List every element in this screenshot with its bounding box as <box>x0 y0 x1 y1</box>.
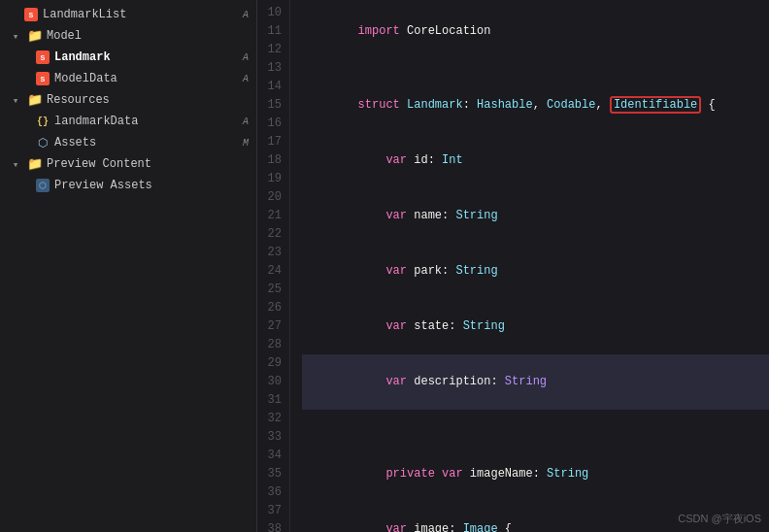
json-file-icon: {} <box>35 114 50 129</box>
chevron-placeholder-icon <box>19 178 31 193</box>
badge-a: A <box>243 74 249 84</box>
swift-file-icon: S <box>23 7 39 22</box>
preview-assets-icon: ⬡ <box>35 178 50 193</box>
chevron-placeholder-icon <box>19 114 31 129</box>
sidebar-item-label: Model <box>47 29 249 43</box>
sidebar-item-label: Assets <box>54 136 239 150</box>
sidebar-item-model[interactable]: 📁 Model <box>0 25 256 47</box>
sidebar-item-label: landmarkData <box>54 115 239 128</box>
sidebar-item-label: Preview Assets <box>54 179 249 192</box>
assets-catalog-icon: ⬡ <box>35 135 50 150</box>
badge-a: A <box>243 116 249 127</box>
sidebar-item-previewassets[interactable]: ⬡ Preview Assets <box>0 175 256 196</box>
code-line: var id: Int <box>302 133 769 188</box>
line-numbers: 10 11 12 13 14 15 16 17 18 19 20 21 22 2… <box>257 0 290 532</box>
code-editor: 10 11 12 13 14 15 16 17 18 19 20 21 22 2… <box>257 0 769 532</box>
code-line: var park: String <box>302 244 769 299</box>
chevron-down-icon <box>8 92 23 108</box>
sidebar-item-landmarkdata[interactable]: {} landmarkData A <box>0 111 256 132</box>
file-navigator: S LandmarkList A 📁 Model S Landmark A S … <box>0 0 257 532</box>
code-line <box>302 428 769 447</box>
sidebar-item-resources[interactable]: 📁 Resources <box>0 89 256 111</box>
folder-icon: 📁 <box>27 28 43 44</box>
code-line: var name: String <box>302 188 769 244</box>
code-line: struct Landmark: Hashable, Codable, Iden… <box>302 78 769 133</box>
swift-file-icon: S <box>35 71 50 86</box>
sidebar-item-modeldata[interactable]: S ModelData A <box>0 68 256 89</box>
sidebar-item-label: Landmark <box>54 50 239 64</box>
badge-a: A <box>243 10 249 20</box>
chevron-placeholder-icon <box>8 7 19 22</box>
sidebar-item-label: ModelData <box>54 72 239 85</box>
sidebar-item-assets[interactable]: ⬡ Assets M <box>0 132 256 153</box>
folder-icon: 📁 <box>27 156 43 172</box>
code-line: private var imageName: String <box>302 447 769 502</box>
sidebar-item-previewcontent[interactable]: 📁 Preview Content <box>0 153 256 175</box>
chevron-placeholder-icon <box>19 50 31 65</box>
chevron-down-icon <box>8 156 23 172</box>
folder-icon: 📁 <box>27 92 43 108</box>
code-content: import CoreLocation struct Landmark: Has… <box>290 0 769 532</box>
sidebar-item-label: Resources <box>47 93 249 107</box>
chevron-down-icon <box>8 28 23 44</box>
code-line: var description: String <box>302 354 769 410</box>
chevron-placeholder-icon <box>19 135 31 150</box>
chevron-placeholder-icon <box>19 71 31 86</box>
badge-m: M <box>243 138 249 149</box>
watermark: CSDN @宇夜iOS <box>678 512 761 526</box>
sidebar-item-landmark[interactable]: S Landmark A <box>0 47 256 68</box>
sidebar-item-label: Preview Content <box>47 157 249 171</box>
sidebar-item-label: LandmarkList <box>43 8 239 21</box>
swift-file-icon: S <box>35 50 50 65</box>
code-line <box>302 59 769 78</box>
sidebar-item-landmarklist[interactable]: S LandmarkList A <box>0 4 256 25</box>
code-line: import CoreLocation <box>302 4 769 59</box>
code-line: var state: String <box>302 299 769 354</box>
badge-a: A <box>243 52 249 63</box>
code-line <box>302 410 769 428</box>
